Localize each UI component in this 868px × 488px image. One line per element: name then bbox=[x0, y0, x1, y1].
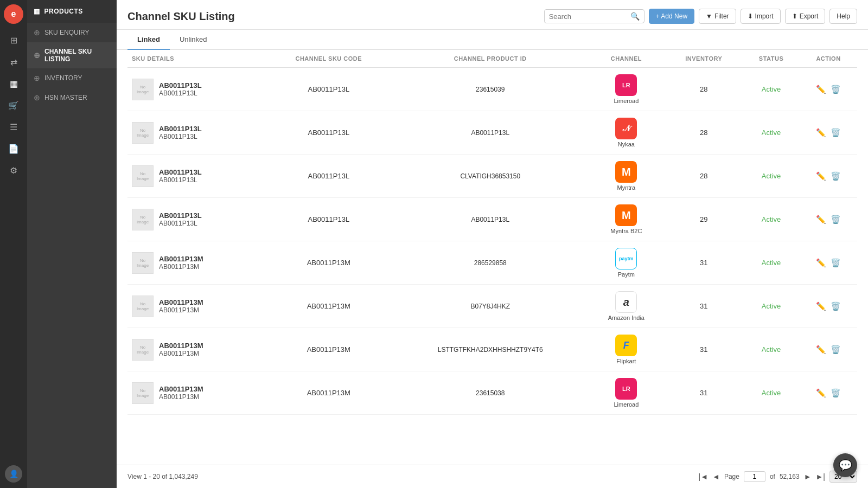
delete-icon[interactable]: 🗑️ bbox=[831, 171, 841, 181]
last-page-button[interactable]: ►| bbox=[816, 472, 826, 481]
export-button[interactable]: ⬆ Export bbox=[785, 9, 826, 24]
table-row: NoImage AB0011P13M AB0011P13M AB0011P13M… bbox=[127, 371, 857, 415]
sidebar-item-inventory[interactable]: ⊕ INVENTORY bbox=[27, 68, 117, 88]
page-label: Page bbox=[724, 473, 739, 480]
sku-text: AB0011P13M AB0011P13M bbox=[159, 255, 203, 271]
app-logo[interactable]: e bbox=[4, 4, 23, 24]
table-row: NoImage AB0011P13L AB0011P13L AB0011P13L… bbox=[127, 111, 857, 155]
sku-bold: AB0011P13L bbox=[159, 168, 202, 176]
col-channel: CHANNEL bbox=[588, 50, 665, 68]
inventory-cell: 31 bbox=[665, 371, 743, 415]
edit-icon[interactable]: ✏️ bbox=[816, 171, 826, 181]
channel-sku-code-cell: AB0011P13L bbox=[264, 111, 393, 155]
delete-icon[interactable]: 🗑️ bbox=[831, 128, 841, 138]
delete-icon[interactable]: 🗑️ bbox=[831, 388, 841, 398]
export-icon: ⬆ bbox=[792, 12, 797, 20]
channel-product-id-cell: AB0011P13L bbox=[393, 111, 588, 155]
sku-sub: AB0011P13M bbox=[159, 263, 203, 271]
table-row: NoImage AB0011P13L AB0011P13L AB0011P13L… bbox=[127, 198, 857, 241]
sku-image: NoImage bbox=[132, 252, 154, 274]
delete-icon[interactable]: 🗑️ bbox=[831, 85, 841, 94]
page-title: Channel SKU Listing bbox=[127, 10, 235, 23]
edit-icon[interactable]: ✏️ bbox=[816, 301, 826, 311]
channel-name: Paytm bbox=[618, 271, 635, 278]
sku-details-cell: NoImage AB0011P13M AB0011P13M bbox=[127, 285, 264, 328]
nav-reports-icon[interactable]: ☰ bbox=[4, 117, 23, 137]
page-number-input[interactable] bbox=[744, 471, 765, 482]
action-cell: ✏️ 🗑️ bbox=[800, 371, 857, 415]
edit-icon[interactable]: ✏️ bbox=[816, 128, 826, 138]
sku-image: NoImage bbox=[132, 382, 154, 404]
sku-bold: AB0011P13M bbox=[159, 255, 203, 263]
inventory-cell: 31 bbox=[665, 328, 743, 371]
delete-icon[interactable]: 🗑️ bbox=[831, 301, 841, 311]
edit-icon[interactable]: ✏️ bbox=[816, 345, 826, 355]
search-input[interactable] bbox=[549, 12, 630, 21]
channel-name: Myntra B2C bbox=[610, 228, 642, 234]
nav-grid-icon[interactable]: ⊞ bbox=[4, 30, 23, 50]
edit-icon[interactable]: ✏️ bbox=[816, 85, 826, 94]
sku-text: AB0011P13L AB0011P13L bbox=[159, 168, 202, 184]
channel-name: Flipkart bbox=[616, 358, 636, 364]
edit-icon[interactable]: ✏️ bbox=[816, 258, 826, 268]
sidebar: ▦ PRODUCTS ⊕ SKU ENQUIRY ⊕ CHANNEL SKU L… bbox=[27, 0, 117, 488]
nav-products-icon[interactable]: ▦ bbox=[4, 74, 23, 93]
table-row: NoImage AB0011P13M AB0011P13M AB0011P13M… bbox=[127, 285, 857, 328]
delete-icon[interactable]: 🗑️ bbox=[831, 215, 841, 224]
filter-button[interactable]: ▼ Filter bbox=[699, 9, 736, 24]
status-cell: Active bbox=[743, 68, 800, 111]
nav-doc-icon[interactable]: 📄 bbox=[4, 139, 23, 158]
sku-sub: AB0011P13M bbox=[159, 306, 203, 314]
sku-bold: AB0011P13L bbox=[159, 211, 202, 220]
search-icon[interactable]: 🔍 bbox=[630, 12, 640, 21]
delete-icon[interactable]: 🗑️ bbox=[831, 345, 841, 355]
sku-details-cell: NoImage AB0011P13L AB0011P13L bbox=[127, 155, 264, 198]
help-button[interactable]: Help bbox=[829, 9, 857, 24]
action-cell: ✏️ 🗑️ bbox=[800, 328, 857, 371]
delete-icon[interactable]: 🗑️ bbox=[831, 258, 841, 268]
sku-text: AB0011P13L AB0011P13L bbox=[159, 125, 202, 140]
channel-product-id-cell: 23615038 bbox=[393, 371, 588, 415]
tab-unlinked[interactable]: Unlinked bbox=[170, 30, 217, 50]
status-cell: Active bbox=[743, 328, 800, 371]
total-pages: 52,163 bbox=[780, 473, 800, 480]
edit-icon[interactable]: ✏️ bbox=[816, 388, 826, 398]
next-page-button[interactable]: ► bbox=[804, 472, 812, 481]
sku-image: NoImage bbox=[132, 79, 154, 100]
sku-image: NoImage bbox=[132, 122, 154, 144]
status-cell: Active bbox=[743, 371, 800, 415]
import-button[interactable]: ⬇ Import bbox=[741, 9, 781, 24]
sku-text: AB0011P13M AB0011P13M bbox=[159, 342, 203, 357]
sku-bold: AB0011P13L bbox=[159, 125, 202, 133]
first-page-button[interactable]: |◄ bbox=[699, 472, 709, 481]
sidebar-item-channel-sku[interactable]: ⊕ CHANNEL SKU LISTING bbox=[27, 42, 117, 68]
sidebar-item-hsn-master[interactable]: ⊕ HSN MASTER bbox=[27, 88, 117, 107]
nav-shuffle-icon[interactable]: ⇄ bbox=[4, 52, 23, 72]
sku-details-cell: NoImage AB0011P13L AB0011P13L bbox=[127, 111, 264, 155]
status-badge: Active bbox=[762, 85, 781, 93]
channel-product-id-cell: AB0011P13L bbox=[393, 198, 588, 241]
edit-icon[interactable]: ✏️ bbox=[816, 215, 826, 224]
chat-bubble[interactable]: 💬 bbox=[833, 453, 857, 477]
channel-sku-code-cell: AB0011P13M bbox=[264, 285, 393, 328]
sku-details-cell: NoImage AB0011P13M AB0011P13M bbox=[127, 241, 264, 285]
prev-page-button[interactable]: ◄ bbox=[712, 472, 720, 481]
export-label: Export bbox=[800, 12, 819, 20]
filter-label: Filter bbox=[714, 12, 729, 20]
tab-linked[interactable]: Linked bbox=[127, 30, 170, 50]
sidebar-item-sku-enquiry[interactable]: ⊕ SKU ENQUIRY bbox=[27, 23, 117, 42]
channel-sku-code-cell: AB0011P13L bbox=[264, 155, 393, 198]
pagination: |◄ ◄ Page of 52,163 ► ►| 20 50 100 bbox=[699, 471, 857, 483]
sku-details-cell: NoImage AB0011P13L AB0011P13L bbox=[127, 198, 264, 241]
user-avatar[interactable]: 👤 bbox=[5, 465, 22, 483]
status-cell: Active bbox=[743, 285, 800, 328]
channel-product-id-cell: LSTTGTFKHA2DXHHSHHZT9Y4T6 bbox=[393, 328, 588, 371]
nav-orders-icon[interactable]: 🛒 bbox=[4, 95, 23, 115]
add-new-button[interactable]: + Add New bbox=[649, 9, 694, 24]
status-cell: Active bbox=[743, 155, 800, 198]
nav-settings-icon[interactable]: ⚙ bbox=[4, 160, 23, 180]
action-cell: ✏️ 🗑️ bbox=[800, 241, 857, 285]
sidebar-label-inventory: INVENTORY bbox=[44, 74, 82, 82]
inventory-cell: 28 bbox=[665, 68, 743, 111]
channel-cell: M Myntra B2C bbox=[588, 198, 665, 241]
